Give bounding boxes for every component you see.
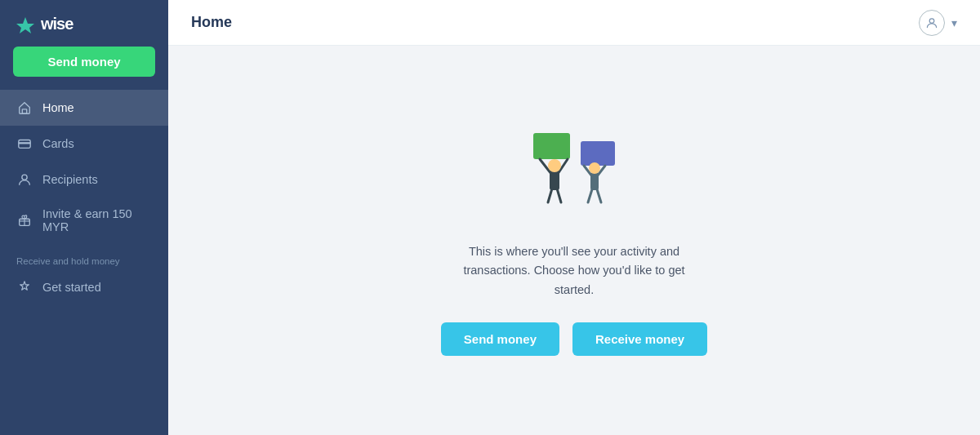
- sidebar-logo: wise: [0, 0, 168, 47]
- section-label-receive: Receive and hold money: [0, 243, 168, 269]
- action-buttons: Send money Receive money: [441, 322, 707, 356]
- svg-point-11: [548, 159, 561, 172]
- svg-rect-1: [22, 109, 26, 113]
- sidebar-item-get-started[interactable]: Get started: [0, 269, 168, 305]
- sidebar-item-invite[interactable]: Invite & earn 150 MYR: [0, 198, 168, 243]
- topbar: Home ▾: [168, 0, 980, 46]
- user-menu[interactable]: ▾: [919, 10, 957, 36]
- svg-rect-3: [19, 142, 30, 144]
- sidebar-item-get-started-label: Get started: [42, 281, 101, 294]
- logo: wise: [16, 15, 73, 33]
- home-icon: [16, 100, 33, 116]
- sidebar-send-money-button[interactable]: Send money: [13, 47, 155, 77]
- sidebar-item-cards[interactable]: Cards: [0, 126, 168, 162]
- receive-money-button[interactable]: Receive money: [572, 322, 707, 356]
- svg-line-12: [548, 189, 552, 202]
- home-content: This is where you'll see your activity a…: [168, 46, 980, 435]
- sidebar-item-cards-label: Cards: [42, 137, 74, 150]
- send-money-button[interactable]: Send money: [441, 322, 559, 356]
- svg-rect-14: [581, 141, 615, 166]
- chevron-down-icon: ▾: [951, 16, 957, 29]
- sidebar-item-recipients[interactable]: Recipients: [0, 162, 168, 198]
- sidebar-item-recipients-label: Recipients: [42, 173, 98, 186]
- sidebar: wise Send money Home Cards: [0, 0, 168, 435]
- main-content: Home ▾: [168, 0, 980, 435]
- svg-line-20: [597, 189, 601, 202]
- get-started-icon: [16, 279, 33, 295]
- nav-section: Home Cards Recipients: [0, 90, 168, 243]
- sidebar-item-home[interactable]: Home: [0, 90, 168, 126]
- svg-point-18: [589, 162, 600, 174]
- page-title: Home: [191, 14, 232, 31]
- home-description: This is where you'll see your activity a…: [460, 242, 688, 300]
- sidebar-item-invite-label: Invite & earn 150 MYR: [42, 207, 152, 233]
- svg-line-13: [557, 189, 561, 202]
- sidebar-item-home-label: Home: [42, 101, 74, 114]
- cards-icon: [16, 135, 33, 152]
- user-avatar: [919, 10, 945, 36]
- svg-marker-0: [16, 17, 34, 33]
- invite-icon: [16, 212, 33, 229]
- svg-rect-7: [533, 133, 570, 159]
- svg-point-6: [929, 18, 934, 23]
- home-illustration: [509, 125, 639, 223]
- svg-point-4: [22, 175, 27, 180]
- svg-line-19: [588, 189, 592, 202]
- recipients-icon: [16, 171, 33, 188]
- secondary-nav-section: Get started: [0, 269, 168, 305]
